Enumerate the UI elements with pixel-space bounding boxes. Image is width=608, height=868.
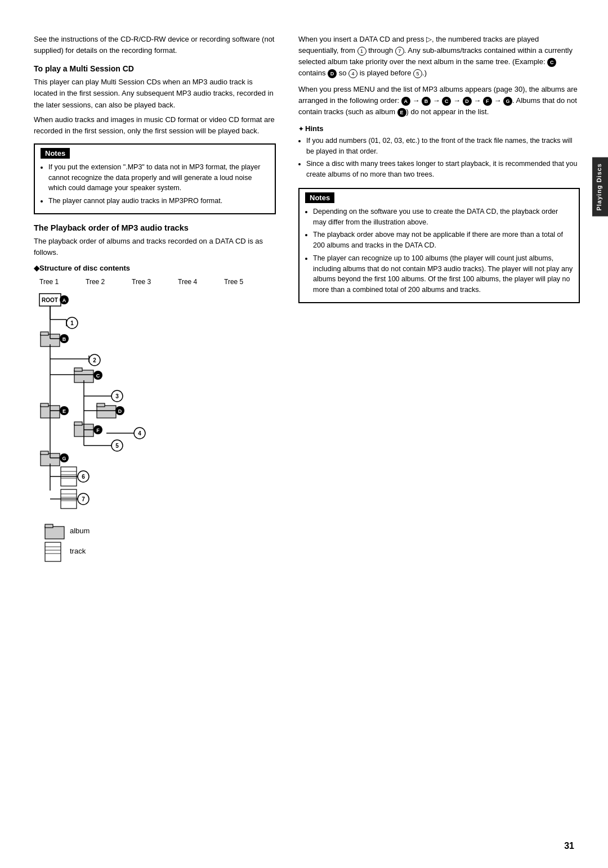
playback-order-heading: The Playback order of MP3 audio tracks bbox=[34, 223, 276, 232]
tree-label-4: Tree 4 bbox=[178, 278, 224, 286]
svg-rect-38 bbox=[97, 406, 116, 418]
playback-order-para: The playback order of albums and tracks … bbox=[34, 236, 276, 258]
main-content: See the instructions of the CD-R/CD-RW d… bbox=[0, 34, 608, 845]
svg-text:1: 1 bbox=[70, 320, 74, 326]
side-tab: Playing Discs bbox=[592, 158, 608, 217]
svg-text:F: F bbox=[96, 428, 100, 433]
tree-diagram-svg: ROOT A 1 bbox=[34, 288, 259, 581]
svg-text:2: 2 bbox=[93, 357, 96, 363]
multi-session-para1: This player can play Multi Session CDs w… bbox=[34, 77, 276, 110]
notes-box-2-title: Notes bbox=[305, 192, 334, 203]
page: Playing Discs See the instructions of th… bbox=[0, 0, 608, 868]
svg-text:6: 6 bbox=[82, 474, 85, 480]
svg-text:4: 4 bbox=[138, 430, 141, 437]
tree-label-5: Tree 5 bbox=[224, 278, 270, 286]
svg-text:B: B bbox=[62, 336, 66, 342]
svg-rect-11 bbox=[41, 332, 48, 335]
svg-rect-39 bbox=[97, 403, 105, 407]
notes-box-1-title: Notes bbox=[41, 148, 70, 159]
svg-text:album: album bbox=[70, 527, 90, 535]
right-para1: When you insert a DATA CD and press ▷, t… bbox=[298, 34, 580, 79]
svg-text:G: G bbox=[62, 456, 66, 461]
tree-label-3: Tree 3 bbox=[132, 278, 178, 286]
svg-rect-82 bbox=[45, 542, 61, 561]
notes-list-1-item-1: If you put the extension ".MP3" to data … bbox=[48, 162, 269, 194]
hints-title: Hints bbox=[298, 124, 580, 133]
tree-labels: Tree 1 Tree 2 Tree 3 Tree 4 Tree 5 bbox=[34, 278, 276, 286]
svg-rect-79 bbox=[45, 527, 64, 539]
notes-list-2-item-3: The player can recognize up to 100 album… bbox=[313, 253, 573, 295]
notes-list-1: If you put the extension ".MP3" to data … bbox=[41, 162, 269, 206]
hints-section: Hints If you add numbers (01, 02, 03, et… bbox=[298, 124, 580, 180]
svg-text:ROOT: ROOT bbox=[42, 297, 58, 303]
svg-text:7: 7 bbox=[82, 496, 85, 502]
svg-rect-33 bbox=[41, 403, 48, 407]
right-para2: When you press MENU and the list of MP3 … bbox=[298, 84, 580, 118]
svg-rect-80 bbox=[45, 524, 53, 528]
hint-item-1: If you add numbers (01, 02, 03, etc.) to… bbox=[306, 136, 580, 157]
svg-text:5: 5 bbox=[115, 443, 119, 449]
svg-text:C: C bbox=[96, 373, 100, 379]
notes-box-1: Notes If you put the extension ".MP3" to… bbox=[34, 143, 276, 214]
svg-text:track: track bbox=[70, 547, 86, 555]
svg-rect-46 bbox=[74, 422, 82, 425]
diagram-area: Tree 1 Tree 2 Tree 3 Tree 4 Tree 5 ROOT bbox=[34, 278, 276, 581]
multi-session-para2: When audio tracks and images in music CD… bbox=[34, 114, 276, 137]
svg-text:3: 3 bbox=[115, 393, 119, 399]
svg-text:E: E bbox=[62, 408, 66, 414]
multi-session-heading: To play a Multi Session CD bbox=[34, 64, 276, 73]
svg-text:A: A bbox=[62, 298, 66, 303]
structure-heading: ◆Structure of disc contents bbox=[34, 264, 276, 272]
notes-list-1-item-2: The player cannot play audio tracks in M… bbox=[48, 196, 269, 206]
page-number: 31 bbox=[564, 841, 574, 851]
hints-list: If you add numbers (01, 02, 03, etc.) to… bbox=[298, 136, 580, 180]
tree-label-2: Tree 2 bbox=[86, 278, 132, 286]
svg-rect-22 bbox=[74, 368, 82, 371]
hint-item-2: Since a disc with many trees takes longe… bbox=[306, 159, 580, 180]
svg-rect-59 bbox=[41, 451, 48, 455]
notes-box-2: Notes Depending on the software you use … bbox=[298, 188, 580, 303]
notes-list-2-item-2: The playback order above may not be appl… bbox=[313, 230, 573, 251]
notes-list-2-item-1: Depending on the software you use to cre… bbox=[313, 206, 573, 228]
svg-text:D: D bbox=[118, 408, 122, 414]
left-column: See the instructions of the CD-R/CD-RW d… bbox=[34, 34, 293, 845]
notes-list-2: Depending on the software you use to cre… bbox=[305, 206, 573, 295]
tree-label-1: Tree 1 bbox=[39, 278, 86, 286]
right-column: When you insert a DATA CD and press ▷, t… bbox=[293, 34, 580, 845]
intro-text: See the instructions of the CD-R/CD-RW d… bbox=[34, 34, 276, 56]
